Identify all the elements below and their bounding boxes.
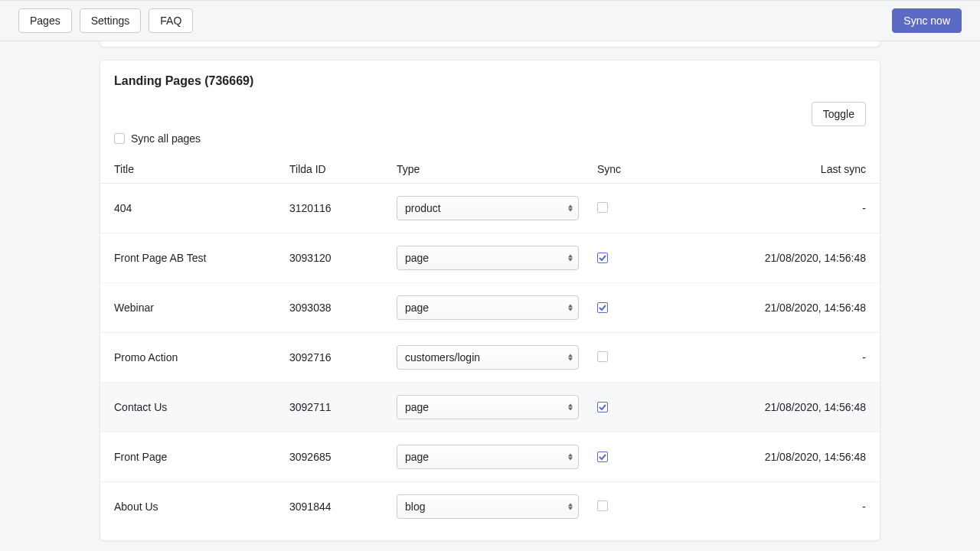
row-title: Front Page AB Test	[100, 233, 280, 283]
type-select-value: page	[397, 445, 579, 469]
row-title: Promo Action	[100, 333, 280, 383]
row-title: About Us	[100, 482, 280, 532]
row-title: Webinar	[100, 283, 280, 333]
row-type-cell: blog	[387, 482, 588, 532]
type-select-value: blog	[397, 494, 579, 519]
type-select[interactable]: customers/login	[397, 345, 579, 370]
table-row: Webinar3093038page21/08/2020, 14:56:48	[100, 283, 880, 333]
row-last-sync: 21/08/2020, 14:56:48	[665, 432, 880, 482]
row-type-cell: page	[387, 283, 588, 333]
row-type-cell: customers/login	[387, 333, 588, 383]
row-title: Front Page	[100, 432, 280, 482]
pages-table: Title Tilda ID Type Sync Last sync 40431…	[100, 155, 880, 531]
row-sync-cell	[588, 283, 665, 333]
table-row: Contact Us3092711page21/08/2020, 14:56:4…	[100, 383, 880, 432]
row-last-sync: -	[665, 482, 880, 532]
sync-checkbox[interactable]	[597, 202, 608, 213]
type-select-value: customers/login	[397, 345, 579, 370]
row-tilda-id: 3091844	[280, 482, 387, 532]
row-sync-cell	[588, 383, 665, 432]
type-select[interactable]: page	[397, 246, 579, 270]
table-row: 4043120116product-	[100, 184, 880, 233]
sync-checkbox[interactable]	[597, 402, 608, 412]
nav-buttons: Pages Settings FAQ	[18, 8, 193, 33]
nav-settings-button[interactable]: Settings	[80, 8, 142, 33]
sync-checkbox[interactable]	[597, 253, 608, 263]
table-row: Front Page3092685page21/08/2020, 14:56:4…	[100, 432, 880, 482]
row-tilda-id: 3092716	[280, 333, 387, 383]
type-select[interactable]: page	[397, 395, 579, 419]
col-tilda-id: Tilda ID	[280, 155, 387, 184]
row-title: Contact Us	[100, 383, 280, 432]
toggle-button[interactable]: Toggle	[812, 102, 866, 126]
table-row: About Us3091844blog-	[100, 482, 880, 532]
row-tilda-id: 3092685	[280, 432, 387, 482]
table-row: Promo Action3092716customers/login-	[100, 333, 880, 383]
sync-now-button[interactable]: Sync now	[892, 8, 962, 33]
sync-checkbox[interactable]	[597, 452, 608, 462]
row-type-cell: page	[387, 233, 588, 283]
row-tilda-id: 3093038	[280, 283, 387, 333]
landing-pages-card: Landing Pages (736669) Toggle Sync all p…	[100, 60, 880, 541]
sync-checkbox[interactable]	[597, 302, 608, 313]
row-title: 404	[100, 184, 280, 233]
col-sync: Sync	[588, 155, 665, 184]
row-tilda-id: 3120116	[280, 184, 387, 233]
col-type: Type	[387, 155, 588, 184]
row-last-sync: -	[665, 333, 880, 383]
row-sync-cell	[588, 333, 665, 383]
type-select[interactable]: blog	[397, 494, 579, 519]
type-select[interactable]: page	[397, 445, 579, 469]
nav-pages-button[interactable]: Pages	[18, 8, 72, 33]
sync-checkbox[interactable]	[597, 351, 608, 362]
sync-checkbox[interactable]	[597, 500, 608, 511]
row-sync-cell	[588, 184, 665, 233]
sync-all-checkbox[interactable]	[114, 133, 125, 144]
type-select-value: product	[397, 196, 579, 220]
main: Landing Pages (736669) Toggle Sync all p…	[0, 41, 980, 551]
row-last-sync: 21/08/2020, 14:56:48	[665, 233, 880, 283]
topbar: Pages Settings FAQ Sync now	[0, 0, 980, 41]
type-select-value: page	[397, 246, 579, 270]
table-row: Front Page AB Test3093120page21/08/2020,…	[100, 233, 880, 283]
row-sync-cell	[588, 233, 665, 283]
type-select-value: page	[397, 395, 579, 419]
row-tilda-id: 3093120	[280, 233, 387, 283]
row-last-sync: 21/08/2020, 14:56:48	[665, 283, 880, 333]
col-last-sync: Last sync	[665, 155, 880, 184]
row-sync-cell	[588, 482, 665, 532]
col-title: Title	[100, 155, 280, 184]
type-select[interactable]: page	[397, 295, 579, 320]
nav-faq-button[interactable]: FAQ	[149, 8, 193, 33]
row-last-sync: 21/08/2020, 14:56:48	[665, 383, 880, 432]
row-type-cell: product	[387, 184, 588, 233]
row-last-sync: -	[665, 184, 880, 233]
row-type-cell: page	[387, 383, 588, 432]
row-tilda-id: 3092711	[280, 383, 387, 432]
sync-all-label: Sync all pages	[131, 132, 201, 145]
type-select[interactable]: product	[397, 196, 579, 220]
landing-pages-title: Landing Pages (736669)	[100, 74, 880, 102]
type-select-value: page	[397, 295, 579, 320]
previous-card-sliver	[100, 41, 880, 47]
row-type-cell: page	[387, 432, 588, 482]
row-sync-cell	[588, 432, 665, 482]
